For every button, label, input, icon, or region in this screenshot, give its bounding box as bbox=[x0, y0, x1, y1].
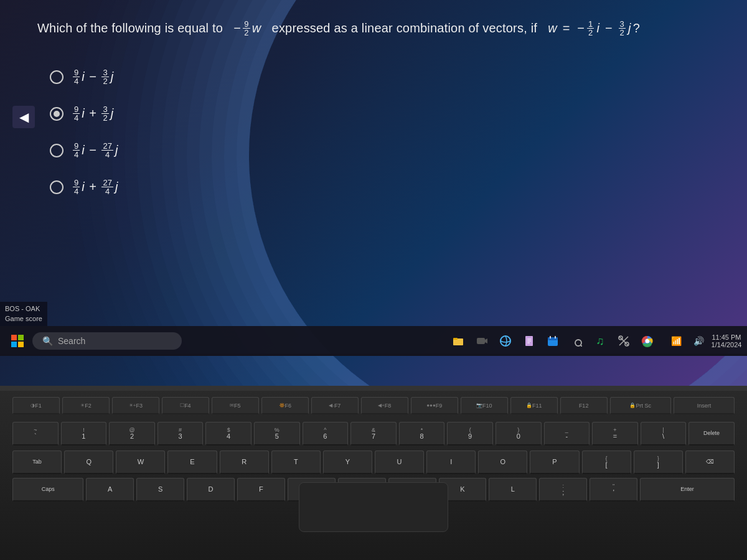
chrome-icon[interactable] bbox=[637, 331, 657, 351]
question-text: Which of the following is equal to − 9 2… bbox=[37, 19, 710, 37]
key-backtick[interactable]: ~ ` bbox=[12, 422, 59, 446]
key-s[interactable]: S bbox=[136, 478, 184, 502]
notification-icon[interactable] bbox=[566, 331, 586, 351]
svg-rect-1 bbox=[453, 338, 458, 340]
key-2[interactable]: @ 2 bbox=[109, 422, 155, 446]
radio-b[interactable] bbox=[50, 107, 63, 121]
qwerty-row: Tab Q W E R T Y U I O P {[ }] ⌫ bbox=[12, 450, 735, 474]
key-f[interactable]: F bbox=[237, 478, 285, 502]
screen-content: Which of the following is equal to − 9 2… bbox=[0, 0, 747, 356]
key-f9[interactable]: ●●●F9 bbox=[411, 397, 458, 414]
key-o[interactable]: O bbox=[478, 450, 527, 474]
key-f1[interactable]: ◑F1 bbox=[12, 397, 60, 414]
system-tray: 📶 🔊 11:45 PM 1/14/2024 bbox=[666, 331, 742, 351]
key-lbracket[interactable]: {[ bbox=[582, 450, 631, 474]
key-f8[interactable]: ◀+F8 bbox=[361, 397, 408, 414]
key-quote[interactable]: "' bbox=[590, 478, 637, 502]
key-r[interactable]: R bbox=[220, 450, 269, 474]
choice-d[interactable]: 9 4 i + 27 4 j bbox=[50, 179, 118, 195]
key-9[interactable]: ( 9 bbox=[447, 422, 493, 446]
camera-icon[interactable] bbox=[472, 331, 492, 351]
svg-rect-7 bbox=[548, 337, 558, 340]
w-frac-1: 1 2 bbox=[587, 20, 594, 37]
key-7[interactable]: & 7 bbox=[350, 422, 397, 446]
key-insert[interactable]: Insert bbox=[674, 397, 735, 414]
search-bar[interactable]: 🔍 Search bbox=[32, 332, 182, 350]
windows-logo bbox=[11, 335, 24, 347]
radio-d[interactable] bbox=[50, 180, 63, 194]
key-prtsc[interactable]: 🔒Prt Sc bbox=[610, 397, 671, 414]
choices-area: 9 4 i − 3 2 j 9 4 bbox=[50, 68, 118, 215]
key-delete[interactable]: Delete bbox=[688, 422, 735, 446]
svg-point-4 bbox=[500, 336, 510, 346]
key-6[interactable]: ^ 6 bbox=[303, 422, 349, 446]
keyboard-bezel bbox=[0, 386, 747, 391]
key-q[interactable]: Q bbox=[64, 450, 113, 474]
touchpad[interactable] bbox=[299, 482, 448, 532]
volume-icon[interactable]: 🔊 bbox=[688, 331, 708, 351]
taskbar-icons: ♫ 📶 🔊 bbox=[448, 331, 742, 351]
clock-widget[interactable]: 11:45 PM 1/14/2024 bbox=[711, 331, 742, 351]
key-u[interactable]: U bbox=[375, 450, 424, 474]
key-e[interactable]: E bbox=[167, 450, 217, 474]
key-f2[interactable]: ☀F2 bbox=[62, 397, 110, 414]
snip-icon[interactable] bbox=[614, 331, 634, 351]
windows-start-button[interactable] bbox=[5, 329, 30, 353]
key-i[interactable]: I bbox=[426, 450, 476, 474]
key-w[interactable]: W bbox=[116, 450, 165, 474]
back-button[interactable]: ◀ bbox=[12, 106, 35, 128]
music-icon[interactable]: ♫ bbox=[590, 331, 610, 351]
key-tab[interactable]: Tab bbox=[12, 450, 62, 474]
question-fraction: 9 2 bbox=[243, 20, 250, 37]
key-f7[interactable]: ◀-F7 bbox=[311, 397, 359, 414]
key-5[interactable]: % 5 bbox=[254, 422, 300, 446]
calendar-icon[interactable] bbox=[543, 331, 563, 351]
key-8[interactable]: * 8 bbox=[399, 422, 445, 446]
key-f10[interactable]: 📷F10 bbox=[461, 397, 508, 414]
svg-marker-3 bbox=[485, 338, 487, 343]
key-semicolon[interactable]: :; bbox=[539, 478, 587, 502]
key-pipe[interactable]: | \ bbox=[641, 422, 687, 446]
key-f11[interactable]: 🔒F11 bbox=[510, 397, 558, 414]
svg-rect-2 bbox=[477, 338, 485, 344]
key-a[interactable]: A bbox=[86, 478, 134, 502]
key-y[interactable]: Y bbox=[323, 450, 372, 474]
browser-icon[interactable] bbox=[496, 331, 515, 351]
key-d[interactable]: D bbox=[187, 478, 235, 502]
key-enter[interactable]: Enter bbox=[640, 478, 735, 502]
choice-b[interactable]: 9 4 i + 3 2 j bbox=[50, 105, 118, 122]
bos-oak-label: BOS - OAK Game score bbox=[0, 302, 47, 326]
choice-d-label: 9 4 i + 27 4 j bbox=[72, 179, 118, 195]
document-icon[interactable] bbox=[519, 331, 539, 351]
key-rbracket[interactable]: }] bbox=[634, 450, 683, 474]
search-label: Search bbox=[58, 336, 85, 346]
key-caps[interactable]: Caps bbox=[12, 478, 83, 502]
choice-b-label: 9 4 i + 3 2 j bbox=[72, 105, 113, 122]
key-equals[interactable]: + = bbox=[592, 422, 638, 446]
key-backspace[interactable]: ⌫ bbox=[685, 450, 735, 474]
radio-c[interactable] bbox=[50, 144, 63, 157]
key-f6[interactable]: 🔅F6 bbox=[261, 397, 309, 414]
choice-a[interactable]: 9 4 i − 3 2 j bbox=[50, 68, 118, 85]
search-icon: 🔍 bbox=[42, 336, 53, 346]
num-key-row: ~ ` ! 1 @ 2 # 3 $ 4 % 5 ^ 6 & 7 bbox=[12, 422, 735, 446]
wifi-icon[interactable]: 📶 bbox=[666, 331, 686, 351]
key-minus[interactable]: _ - bbox=[544, 422, 590, 446]
key-f4[interactable]: ☐F4 bbox=[162, 397, 209, 414]
key-f12[interactable]: F12 bbox=[560, 397, 608, 414]
radio-a[interactable] bbox=[50, 70, 63, 84]
key-0[interactable]: ) 0 bbox=[496, 422, 542, 446]
key-f3[interactable]: ☀+F3 bbox=[112, 397, 159, 414]
key-l[interactable]: L bbox=[489, 478, 537, 502]
key-3[interactable]: # 3 bbox=[157, 422, 204, 446]
file-explorer-icon[interactable] bbox=[448, 331, 468, 351]
laptop-body: ◑F1 ☀F2 ☀+F3 ☐F4 ✉F5 🔅F6 ◀-F7 ◀+F8 ●●●F9… bbox=[0, 386, 747, 560]
key-1[interactable]: ! 1 bbox=[61, 422, 107, 446]
choice-c[interactable]: 9 4 i − 27 4 j bbox=[50, 142, 118, 159]
key-t[interactable]: T bbox=[271, 450, 321, 474]
key-4[interactable]: $ 4 bbox=[205, 422, 251, 446]
key-f5[interactable]: ✉F5 bbox=[212, 397, 259, 414]
screen: Which of the following is equal to − 9 2… bbox=[0, 0, 747, 386]
key-p[interactable]: P bbox=[530, 450, 579, 474]
question-area: Which of the following is equal to − 9 2… bbox=[37, 19, 710, 37]
